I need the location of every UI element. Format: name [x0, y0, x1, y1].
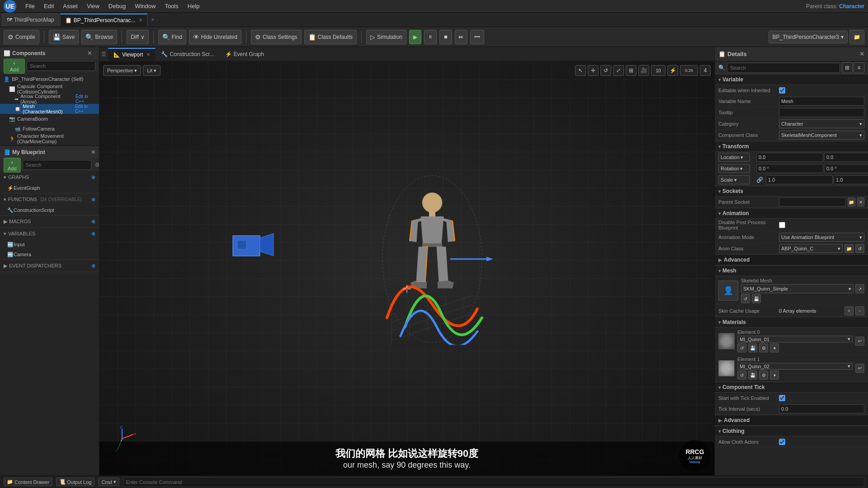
component-mesh[interactable]: 🔲 Mesh (CharacterMesh0) Edit in C++: [0, 104, 99, 114]
diff-button[interactable]: Diff ∨: [127, 30, 148, 44]
skin-cache-add-btn[interactable]: ＋: [844, 306, 854, 315]
menu-asset[interactable]: Asset: [59, 2, 81, 10]
scale-tool-btn[interactable]: ⤢: [613, 65, 624, 76]
view-options-2[interactable]: ⚡: [667, 65, 678, 76]
view-options-4[interactable]: 4: [700, 65, 711, 76]
transform-section-header[interactable]: ▾ Transform: [715, 141, 868, 152]
scale-lock-icon[interactable]: 🔗: [756, 177, 763, 183]
material-0-dropdown[interactable]: MI_Quinn_01 ▾: [737, 336, 853, 343]
tab-thirdpersonmap[interactable]: 🗺 ThirdPersonMap: [2, 14, 59, 26]
location-x-input[interactable]: [756, 153, 823, 162]
translate-tool-btn[interactable]: ✛: [588, 65, 599, 76]
menu-help[interactable]: Help: [184, 2, 203, 10]
blueprint-settings-icon[interactable]: ⚙: [95, 162, 99, 168]
content-drawer-button[interactable]: 📁 Content Drawer: [4, 478, 52, 486]
bp-dropdown-selector[interactable]: BP_ThirdPersonCharacter3 ▾: [769, 31, 848, 43]
rotation-x-input[interactable]: [756, 164, 823, 173]
rotate-tool-btn[interactable]: ↺: [600, 65, 611, 76]
graphs-add-icon[interactable]: ⊕: [91, 174, 95, 180]
arrow-edit-link[interactable]: Edit in C++: [75, 94, 95, 104]
rotation-dropdown[interactable]: Rotation ▾: [718, 164, 750, 173]
tab-bp-close[interactable]: ✕: [139, 18, 142, 23]
parent-socket-browse-btn[interactable]: 📁: [848, 197, 855, 206]
anim-class-extra-btn[interactable]: ↺: [855, 244, 864, 253]
clothing-section-header[interactable]: ▾ Clothing: [715, 426, 868, 436]
more-options-button[interactable]: •••: [470, 30, 484, 44]
variables-section-header[interactable]: ▾ VARIABLES ⊕: [0, 228, 99, 239]
save-button[interactable]: 💾 Save: [49, 30, 79, 44]
eventgraph-item[interactable]: ⚡ EventGraph: [0, 183, 99, 193]
advanced-section-2-header[interactable]: ▶ Advanced: [715, 415, 868, 426]
add-blueprint-button[interactable]: ＋ Add: [4, 158, 21, 173]
parent-socket-clear-btn[interactable]: ✕: [857, 197, 865, 206]
input-variable-item[interactable]: 🔤 Input: [0, 239, 99, 249]
view-options-1[interactable]: 10: [651, 65, 665, 76]
skeletal-browse-btn[interactable]: ↺: [741, 294, 750, 303]
component-self[interactable]: 👤 BP_ThirdPersonCharacter (Self): [0, 74, 99, 84]
viewport-3d[interactable]: ✛ Perspective ▾ Lit ▾ ↖ ✛ ↺: [99, 61, 714, 475]
skeletal-save-btn[interactable]: 💾: [752, 294, 761, 303]
tab-viewport[interactable]: 📐 Viewport ✕: [108, 48, 156, 61]
tooltip-input[interactable]: [779, 108, 864, 117]
material-1-dropdown[interactable]: MI_Quinn_02 ▾: [737, 363, 853, 370]
mat1-extra1-btn[interactable]: ⚙: [759, 371, 768, 380]
blueprint-search-input[interactable]: [23, 160, 91, 170]
mat1-save-btn[interactable]: 💾: [748, 371, 757, 380]
mesh-section-header[interactable]: ▾ Mesh: [715, 265, 868, 276]
viewport-tab-menu[interactable]: ☰: [99, 49, 108, 59]
component-movement[interactable]: 🏃 Character Movement (CharMoveComp): [0, 134, 99, 144]
category-dropdown[interactable]: Character ▾: [779, 119, 864, 128]
components-close-button[interactable]: ✕: [84, 47, 95, 60]
component-class-dropdown[interactable]: SkeletalMeshComponent ▾: [779, 131, 864, 140]
class-settings-button[interactable]: ⚙ Class Settings: [251, 30, 302, 44]
menu-tools[interactable]: Tools: [161, 2, 182, 10]
add-component-button[interactable]: ＋ Add: [4, 59, 25, 74]
maximize-btn[interactable]: ⊞: [626, 65, 637, 76]
menu-window[interactable]: Window: [131, 2, 159, 10]
camera-speed-btn[interactable]: 🎥: [638, 65, 649, 76]
component-tick-section-header[interactable]: ▾ Component Tick: [715, 382, 868, 393]
play-button[interactable]: ▶: [409, 30, 421, 44]
menu-file[interactable]: File: [22, 2, 38, 10]
tab-event-graph[interactable]: ⚡ Event Graph: [220, 48, 269, 61]
details-search-input[interactable]: [727, 63, 840, 73]
macros-add-icon[interactable]: ⊕: [91, 219, 95, 225]
scale-y-input[interactable]: [834, 175, 868, 184]
sockets-section-header[interactable]: ▾ Sockets: [715, 186, 868, 197]
event-dispatchers-header[interactable]: ▶ EVENT DISPATCHERS ⊕: [0, 260, 99, 272]
allow-cloth-actors-checkbox[interactable]: [779, 439, 785, 445]
construction-script-item[interactable]: 🔧 ConstructionScript: [0, 205, 99, 215]
mat1-extra2-btn[interactable]: ▾: [770, 371, 779, 380]
stop-button[interactable]: ⏹: [439, 30, 452, 44]
mat0-extra1-btn[interactable]: ⚙: [759, 343, 768, 352]
skeletal-mesh-extra-btn[interactable]: ↗: [855, 284, 864, 293]
tab-add-button[interactable]: ＋: [150, 16, 156, 23]
cmd-button[interactable]: Cmd ▾: [98, 478, 119, 486]
hide-unrelated-button[interactable]: 👁 Hide Unrelated: [189, 30, 241, 44]
tick-interval-input[interactable]: [779, 404, 864, 413]
browse-button[interactable]: 🔍 Browse: [81, 30, 117, 44]
skeletal-mesh-dropdown[interactable]: SKM_Quinn_Simple ▾: [741, 284, 854, 293]
component-cameraboom[interactable]: 📷 CameraBoom: [0, 114, 99, 124]
find-button[interactable]: 🔍 Find: [158, 30, 186, 44]
animation-mode-dropdown[interactable]: Use Animation Blueprint ▾: [779, 233, 864, 242]
materials-section-header[interactable]: ▾ Materials: [715, 317, 868, 328]
blueprint-close-button[interactable]: ✕: [91, 149, 95, 155]
tab-construction-script[interactable]: 🔧 Construction Scr...: [156, 48, 219, 61]
class-defaults-button[interactable]: 📋 Class Defaults: [304, 30, 357, 44]
anim-class-dropdown[interactable]: ABP_Quinn_C ▾: [779, 244, 843, 253]
rotation-y-input[interactable]: [824, 164, 868, 173]
mesh-edit-link[interactable]: Edit in C++: [75, 104, 95, 114]
graphs-section-header[interactable]: ▾ GRAPHS ⊕: [0, 171, 99, 183]
editable-when-inherited-checkbox[interactable]: [779, 87, 785, 94]
animation-section-header[interactable]: ▾ Animation: [715, 208, 868, 219]
variable-name-input[interactable]: [779, 97, 864, 106]
viewport-tab-close[interactable]: ✕: [146, 52, 150, 57]
mat0-save-btn[interactable]: 💾: [748, 343, 757, 352]
variables-add-icon[interactable]: ⊕: [91, 231, 95, 237]
pause-button[interactable]: ⏸: [424, 30, 437, 44]
details-grid-view-btn[interactable]: ⊞: [842, 62, 853, 73]
variable-section-header[interactable]: ▾ Variable: [715, 74, 868, 85]
lit-dropdown[interactable]: Lit ▾: [143, 65, 160, 76]
skin-cache-remove-btn[interactable]: －: [855, 306, 864, 315]
